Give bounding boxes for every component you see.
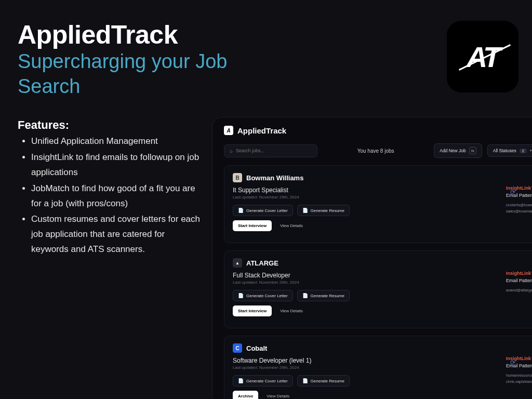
company-name: Cobalt [246,344,267,352]
email-pattern-label: Email Pattern [506,278,532,283]
job-updated: Last updated: November 29th, 2024 [233,365,532,370]
add-job-label: Add New Job [440,148,466,153]
job-title: Software Developer (level 1) [233,357,532,364]
job-updated: Last updated: November 29th, 2024 [233,195,532,200]
generate-resume-button[interactable]: 📄Generate Resume [297,205,350,216]
job-title: It Support Specialist [233,187,532,194]
document-icon: 📄 [302,293,308,298]
insight-email: humanresources@cobalt.n [506,373,532,379]
search-icon: ⌕ [230,148,233,154]
features-list: Unified Application Management InsightLi… [31,134,203,258]
generate-cover-letter-button[interactable]: 📄Generate Cover Letter [233,290,293,301]
generate-cover-letter-button[interactable]: 📄Generate Cover Letter [233,205,293,216]
app-brand-name: AppliedTrack [237,126,286,135]
view-details-button[interactable]: View Details [276,305,307,316]
insightlink-block: InsightLink™ Email Pattern anand@atlarge… [506,271,532,294]
search-box[interactable]: ⌕ [224,144,317,157]
chevron-down-icon: ▾ [530,149,532,153]
document-icon: 📄 [238,208,244,213]
job-count: You have 8 jobs [357,148,394,154]
view-details-button[interactable]: View Details [276,220,307,231]
company-name: ATLARGE [246,259,278,267]
job-card: ⚡ Ne ▲ ATLARGE Full Stack Developer Last… [224,250,532,328]
generate-resume-button[interactable]: 📄Generate Resume [297,375,350,387]
company-logo-icon: C [233,343,242,353]
insightlink-block: InsightLink™ Email Pattern croberts@bowm… [506,185,532,215]
kbd-shortcut: N [469,147,476,154]
document-icon: 📄 [302,208,308,213]
app-screenshot-panel: A AppliedTrack ⚡ Power ⌕ You have 8 jobs… [212,117,532,399]
document-icon: 📄 [238,293,244,298]
job-title: Full Stack Developer [233,272,532,279]
feature-item: InsightLink to find emails to followup o… [31,150,203,180]
document-icon: 📄 [238,378,244,383]
status-filter-label: All Statuses [493,148,516,153]
insight-email: sales@bowmanwilliams.co [506,208,532,215]
start-interview-button[interactable]: Start Interview [233,305,272,316]
start-interview-button[interactable]: Start Interview [233,220,272,231]
insightlink-title: InsightLink™ [506,185,532,191]
app-brand-icon: A [224,126,233,135]
feature-item: Custom resumes and cover letters for eac… [31,212,203,257]
document-icon: 📄 [302,378,308,383]
insightlink-title: InsightLink™ [506,356,532,361]
generate-cover-letter-button[interactable]: 📄Generate Cover Letter [233,375,293,387]
insightlink-block: InsightLink™ Email Pattern humanresource… [506,356,532,385]
feature-item: Unified Application Management [31,134,203,149]
job-card: ⚡ B Bowman Williams It Support Specialis… [224,165,532,243]
status-filter-dropdown[interactable]: All Statuses 2 ▾ [487,144,532,157]
logo-at-icon: AT [467,40,499,74]
email-pattern-label: Email Pattern [506,363,532,368]
generate-resume-button[interactable]: 📄Generate Resume [297,290,350,301]
toolbar: ⌕ You have 8 jobs Add New Job N All Stat… [212,143,532,165]
insight-email: croberts@bowmanwilliams. [506,202,532,208]
features-heading: Features: [18,118,69,132]
job-updated: Last updated: November 29th, 2024 [233,280,532,285]
feature-item: JobMatch to find how good of a fit you a… [31,181,203,211]
search-input[interactable] [236,148,312,153]
insight-email: chris.capistran@cobalt.net [506,379,532,385]
company-name: Bowman Williams [246,174,303,182]
view-details-button[interactable]: View Details [262,391,294,399]
brand-logo: AT [447,21,518,92]
hero-title: AppliedTrack [18,20,178,50]
app-brand: A AppliedTrack [224,126,286,135]
company-logo-icon: ▲ [233,258,242,268]
archive-button[interactable]: Archive [233,391,258,399]
company-logo-icon: B [233,173,242,182]
email-pattern-label: Email Pattern [506,193,532,198]
app-header: A AppliedTrack ⚡ Power [212,117,532,143]
add-new-job-button[interactable]: Add New Job N [434,143,482,158]
insightlink-title: InsightLink™ [506,271,532,276]
hero-subtitle: Supercharging your Job Search [18,49,267,99]
job-card: ⚡ C Cobalt Software Developer (level 1) … [224,336,532,399]
status-count: 2 [520,149,527,153]
insight-email: anand@atlargeinc.com [506,287,532,294]
